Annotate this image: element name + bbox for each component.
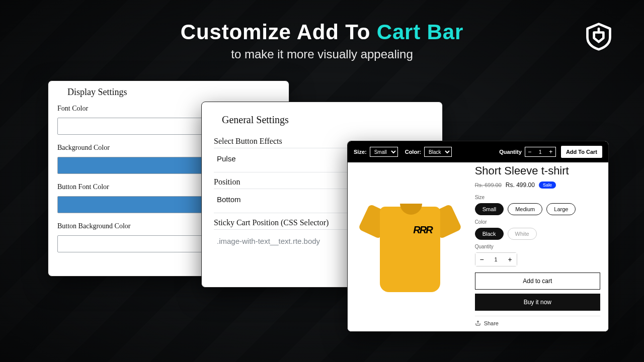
cartbar-color-label: Color: (405, 149, 421, 155)
share-link[interactable]: Share (475, 320, 600, 326)
cartbar-quantity-label: Quantity (499, 149, 522, 155)
add-to-cart-button[interactable]: Add to cart (475, 273, 600, 290)
product-preview-panel: Size: Small Color: Black Quantity − 1 + … (347, 141, 609, 332)
hero-heading: Customize Add To Cart Bar to make it mor… (0, 0, 644, 61)
product-title: Short Sleeve t-shirt (475, 164, 600, 177)
color-chip-black[interactable]: Black (475, 228, 504, 240)
share-icon (475, 320, 481, 326)
share-label: Share (484, 320, 499, 326)
size-chip-medium[interactable]: Medium (508, 203, 542, 215)
price-row: Rs. 699.00 Rs. 499.00 Sale (475, 182, 600, 189)
divider (475, 316, 600, 316)
cartbar-qty-increase[interactable]: + (546, 147, 555, 156)
size-chip-large[interactable]: Large (546, 203, 576, 215)
sticky-cart-bar: Size: Small Color: Black Quantity − 1 + … (348, 141, 608, 162)
quantity-stepper[interactable]: − 1 + (475, 252, 517, 266)
product-image: RRR (348, 162, 473, 331)
tshirt-print: RRR (413, 224, 432, 236)
cartbar-add-button[interactable]: Add To Cart (561, 146, 602, 158)
color-chip-white[interactable]: White (508, 228, 537, 240)
color-chips: Black White (475, 228, 600, 240)
size-label: Size (475, 195, 600, 200)
cartbar-quantity-stepper[interactable]: − 1 + (525, 147, 556, 157)
cartbar-qty-decrease[interactable]: − (525, 147, 534, 156)
price-new: Rs. 499.00 (506, 182, 535, 189)
quantity-label: Quantity (475, 244, 600, 249)
title-accent: Cart Bar (377, 20, 463, 44)
price-old: Rs. 699.00 (475, 182, 502, 188)
qty-increase[interactable]: + (504, 253, 517, 266)
general-settings-heading: General Settings (222, 114, 430, 126)
cartbar-qty-value: 1 (534, 149, 546, 155)
tshirt-icon: RRR (365, 197, 455, 297)
qty-value: 1 (489, 256, 504, 262)
title-pre: Customize Add To (181, 20, 377, 44)
cartbar-size-select[interactable]: Small (370, 147, 398, 157)
color-label: Color (475, 219, 600, 225)
buy-now-button[interactable]: Buy it now (475, 294, 600, 311)
sale-badge: Sale (539, 182, 556, 189)
size-chip-small[interactable]: Small (475, 203, 504, 215)
size-chips: Small Medium Large (475, 203, 600, 215)
cartbar-size-label: Size: (354, 149, 367, 155)
page-title: Customize Add To Cart Bar (0, 20, 644, 44)
qty-decrease[interactable]: − (475, 253, 489, 266)
page-subtitle: to make it more visually appealing (0, 47, 644, 61)
cartbar-color-select[interactable]: Black (424, 147, 452, 157)
brand-logo-icon (584, 21, 614, 51)
display-settings-heading: Display Settings (67, 87, 280, 98)
